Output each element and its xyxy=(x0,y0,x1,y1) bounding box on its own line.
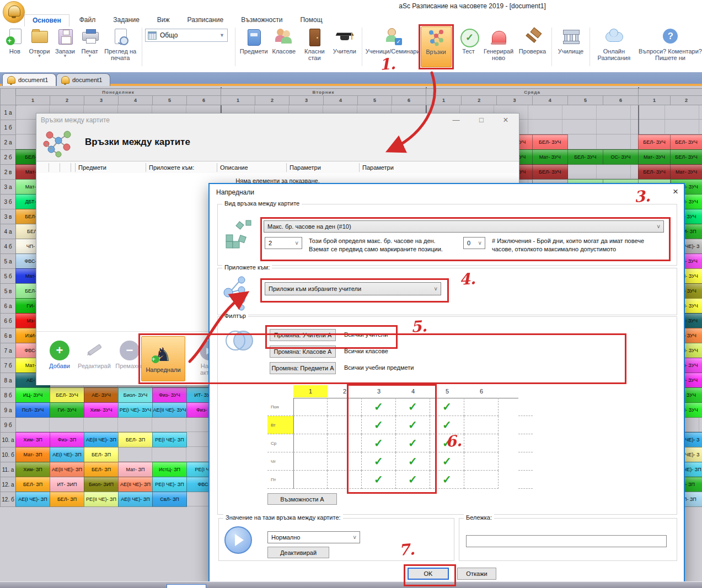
column-header-apply-to[interactable]: Приложете към: xyxy=(149,164,194,172)
lesson-cell[interactable]: Биол- ЗИП xyxy=(84,477,119,492)
grid-cell[interactable] xyxy=(328,416,362,434)
column-header-parameters-2[interactable]: Параметри xyxy=(362,164,394,172)
column-header-description[interactable]: Описание xyxy=(220,164,248,172)
check-button[interactable]: Проверка xyxy=(516,26,549,56)
subjects-button[interactable]: Предмети xyxy=(238,26,269,56)
period-header[interactable]: 4 xyxy=(323,95,358,105)
grid-cell[interactable]: ✓ xyxy=(396,434,430,452)
lesson-cell[interactable]: Мат- ЗУЧ xyxy=(670,164,702,180)
lesson-cell[interactable]: Мат- ЗУЧ xyxy=(638,149,671,165)
period-header[interactable]: 2 xyxy=(670,95,702,105)
lesson-cell[interactable]: АЕ- ЗУЧ xyxy=(84,387,119,403)
lesson-cell[interactable]: Хим- ЗП xyxy=(15,432,50,447)
period-header[interactable]: 5 xyxy=(357,95,392,105)
lesson-cell[interactable]: БЕЛ- ЗП xyxy=(50,492,84,507)
lesson-cell[interactable]: БЕЛ- ЗУЧ xyxy=(567,149,603,165)
grid-cell[interactable] xyxy=(464,452,499,471)
lesson-cell[interactable]: РЕ(I ЧЕ)- ЗП xyxy=(152,432,187,447)
lesson-cell[interactable]: БЕЛ- ЗУЧ xyxy=(532,134,568,150)
lesson-cell[interactable]: БЕЛ- ЗП xyxy=(84,447,119,462)
new-button[interactable]: + Нов xyxy=(3,26,26,56)
apply-to-dropdown[interactable]: Приложи към избраните учители˅ xyxy=(265,282,441,295)
grid-col-header[interactable]: 5 xyxy=(430,385,464,397)
period-header[interactable]: 5 xyxy=(152,95,187,105)
count-dropdown[interactable]: 2˅ xyxy=(265,237,302,249)
period-header[interactable]: 5 xyxy=(567,95,603,105)
lesson-cell[interactable]: Физ- ЗП xyxy=(50,432,84,447)
students-button[interactable]: ✓ Ученици/Семинари xyxy=(365,26,421,56)
grid-cell[interactable] xyxy=(293,398,328,416)
lesson-cell[interactable]: АЕ(II ЧЕ)- ЗП xyxy=(50,462,84,477)
add-button[interactable]: + Добави xyxy=(44,341,76,369)
period-header[interactable]: 1 xyxy=(638,95,671,105)
grid-cell[interactable]: ✓ xyxy=(430,452,464,471)
grid-row-label[interactable]: Пон xyxy=(267,398,293,416)
period-header[interactable]: 1 xyxy=(221,95,255,105)
questions-button[interactable]: ? Въпроси? Коментари? Пишете ни xyxy=(635,26,702,62)
grid-cell[interactable] xyxy=(293,434,328,452)
period-header[interactable]: 2 xyxy=(255,95,290,105)
lesson-cell[interactable]: ПсЛ- ЗУЧ xyxy=(15,402,50,418)
grid-cell[interactable] xyxy=(464,434,499,452)
close-icon[interactable]: × xyxy=(673,186,678,197)
grid-cell[interactable]: ✓ xyxy=(362,416,396,434)
note-input[interactable] xyxy=(466,535,667,547)
lesson-cell[interactable]: БЕЛ- ЗУЧ xyxy=(670,134,702,150)
lesson-cell[interactable]: Мат- ЗП xyxy=(15,447,50,462)
grid-row-label[interactable]: Ср xyxy=(267,434,293,452)
grid-cell[interactable]: ✓ xyxy=(396,398,430,416)
cancel-button[interactable]: Откажи xyxy=(457,568,496,580)
period-header[interactable]: 6 xyxy=(186,95,221,105)
save-button[interactable]: Запази▼ xyxy=(52,26,78,59)
change-classes-button[interactable]: Промяна: Класове А xyxy=(270,346,336,358)
print-preview-button[interactable]: Преглед на печата xyxy=(101,26,138,62)
period-header[interactable]: 1 xyxy=(15,95,50,105)
view-dropdown[interactable]: Общо ▼ xyxy=(145,29,228,42)
ribbon-tab-main[interactable]: Основен xyxy=(24,14,69,26)
grid-col-header[interactable]: 1 xyxy=(293,385,328,397)
ribbon-tab-task[interactable]: Задание xyxy=(105,14,147,26)
lesson-cell[interactable]: БЕЛ- ЗУЧ xyxy=(50,387,84,403)
document-tab-2[interactable]: document1 xyxy=(56,73,110,86)
generate-button[interactable]: Генерирай ново xyxy=(481,26,516,62)
grid-cell[interactable]: ✓ xyxy=(362,452,396,471)
grid-row-label[interactable]: Пт xyxy=(267,471,293,489)
grid-cell[interactable]: ✓ xyxy=(396,471,430,489)
open-button[interactable]: Отвори▼ xyxy=(26,26,53,59)
lesson-cell[interactable]: Биол- ЗУЧ xyxy=(118,387,153,403)
lesson-cell[interactable]: АЕ(II ЧЕ)- ЗП xyxy=(118,477,153,492)
lesson-cell[interactable]: АЕ(I ЧЕ)- ЗП xyxy=(15,492,50,507)
lesson-cell[interactable]: АЕ(I ЧЕ)- ЗП xyxy=(118,492,153,507)
ribbon-tab-help[interactable]: Помощ xyxy=(292,14,330,26)
classrooms-button[interactable]: Класни стаи xyxy=(299,26,331,62)
exceptions-dropdown[interactable]: 0˅ xyxy=(463,237,485,249)
lesson-cell[interactable]: БЕЛ- ЗУЧ xyxy=(670,149,702,165)
ribbon-tab-schedule[interactable]: Разписание xyxy=(180,14,232,26)
minimize-button[interactable]: — xyxy=(444,114,468,127)
lesson-cell[interactable]: ОС- ЗУЧ xyxy=(603,149,639,165)
lesson-cell[interactable]: АЕ(II ЧЕ)- ЗП xyxy=(84,432,119,447)
lesson-cell[interactable]: БЕЛ- ЗУЧ xyxy=(638,164,671,180)
lesson-cell[interactable]: АЕ(I ЧЕ)- ЗП xyxy=(50,447,84,462)
grid-cell[interactable] xyxy=(464,416,499,434)
link-type-dropdown[interactable]: Макс. бр. часове на ден (#10)˅ xyxy=(264,220,664,233)
period-header[interactable]: 3 xyxy=(289,95,324,105)
lesson-cell[interactable]: БЕЛ- ЗУЧ xyxy=(532,164,568,180)
lesson-cell[interactable]: Физ- ЗУЧ xyxy=(152,387,187,403)
lesson-cell[interactable]: РЕ(I ЧЕ)- ЗП xyxy=(152,477,187,492)
grid-col-header[interactable]: 3 xyxy=(362,385,396,397)
lesson-cell[interactable]: Мат- ЗУЧ xyxy=(532,149,568,165)
classes-button[interactable]: Класове xyxy=(269,26,299,56)
lesson-cell[interactable]: Хим- ЗП xyxy=(15,462,50,477)
grid-cell[interactable]: ✓ xyxy=(362,471,396,489)
grid-cell[interactable] xyxy=(293,471,328,489)
lesson-cell[interactable]: РЕ(II ЧЕ)- ЗП xyxy=(84,492,119,507)
teachers-button[interactable]: Учители xyxy=(330,26,359,56)
grid-cell[interactable] xyxy=(328,434,362,452)
period-header[interactable]: 4 xyxy=(118,95,153,105)
grid-cell[interactable] xyxy=(328,452,362,471)
possibilities-button[interactable]: Възможности А xyxy=(267,493,337,505)
column-header-subjects[interactable]: Предмети xyxy=(78,164,106,172)
grid-cell[interactable]: ✓ xyxy=(362,434,396,452)
grid-cell[interactable]: ✓ xyxy=(396,416,430,434)
